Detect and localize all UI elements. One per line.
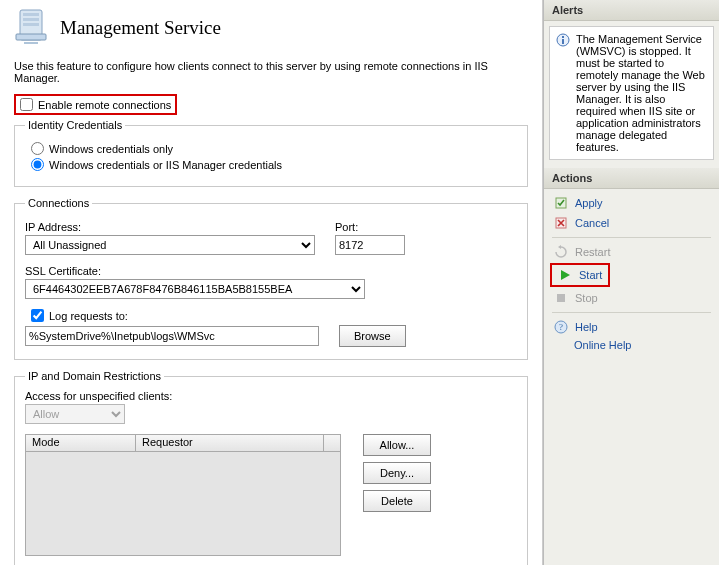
radio-windows-only[interactable] <box>31 142 44 155</box>
identity-credentials-group: Identity Credentials Windows credentials… <box>14 119 528 187</box>
deny-button[interactable]: Deny... <box>363 462 431 484</box>
main-panel: Management Service Use this feature to c… <box>0 0 543 565</box>
alerts-heading: Alerts <box>544 0 719 21</box>
svg-rect-3 <box>23 23 39 26</box>
separator-2 <box>552 312 711 313</box>
ip-address-select[interactable]: All Unassigned <box>25 235 315 255</box>
actions-heading: Actions <box>544 168 719 189</box>
radio-windows-or-iis-label[interactable]: Windows credentials or IIS Manager crede… <box>49 159 282 171</box>
col-spacer <box>324 435 340 451</box>
svg-rect-8 <box>562 36 564 38</box>
ip-label: IP Address: <box>25 221 315 233</box>
page-title: Management Service <box>60 17 221 39</box>
enable-remote-highlight: Enable remote connections <box>14 94 177 115</box>
ssl-certificate-select[interactable]: 6F4464302EEB7A678F8476B846115BA5B8155BEA <box>25 279 365 299</box>
svg-rect-1 <box>23 13 39 16</box>
delete-button[interactable]: Delete <box>363 490 431 512</box>
restrictions-grid[interactable]: Mode Requestor <box>25 434 341 556</box>
cancel-icon <box>554 216 568 230</box>
identity-legend: Identity Credentials <box>25 119 125 131</box>
access-label: Access for unspecified clients: <box>25 390 517 402</box>
log-requests-checkbox[interactable] <box>31 309 44 322</box>
ip-restrictions-group: IP and Domain Restrictions Access for un… <box>14 370 528 565</box>
svg-rect-11 <box>557 294 565 302</box>
start-action[interactable]: Start <box>556 266 604 284</box>
page-header: Management Service <box>14 8 528 48</box>
access-select: Allow <box>25 404 125 424</box>
separator <box>552 237 711 238</box>
connections-legend: Connections <box>25 197 92 209</box>
svg-rect-2 <box>23 18 39 21</box>
apply-label: Apply <box>575 197 603 209</box>
ssl-label: SSL Certificate: <box>25 265 517 277</box>
help-label: Help <box>575 321 598 333</box>
help-action[interactable]: ? Help <box>548 317 715 337</box>
start-icon <box>558 268 572 282</box>
start-highlight: Start <box>550 263 610 287</box>
svg-rect-4 <box>16 34 46 40</box>
alert-message: The Management Service (WMSVC) is stoppe… <box>576 33 707 153</box>
grid-body[interactable] <box>25 452 341 556</box>
restart-label: Restart <box>575 246 610 258</box>
allow-button[interactable]: Allow... <box>363 434 431 456</box>
log-requests-label[interactable]: Log requests to: <box>49 310 128 322</box>
radio-windows-only-label[interactable]: Windows credentials only <box>49 143 173 155</box>
svg-text:?: ? <box>559 322 563 332</box>
stop-icon <box>554 291 568 305</box>
online-help-link[interactable]: Online Help <box>548 337 715 355</box>
connections-group: Connections IP Address: All Unassigned P… <box>14 197 528 360</box>
col-requestor[interactable]: Requestor <box>136 435 324 451</box>
side-panel: Alerts The Management Service (WMSVC) is… <box>543 0 719 565</box>
alert-box: The Management Service (WMSVC) is stoppe… <box>549 26 714 160</box>
management-service-icon <box>14 8 48 48</box>
cancel-action[interactable]: Cancel <box>548 213 715 233</box>
col-mode[interactable]: Mode <box>26 435 136 451</box>
apply-action[interactable]: Apply <box>548 193 715 213</box>
page-description: Use this feature to configure how client… <box>14 60 528 84</box>
apply-icon <box>554 196 568 210</box>
svg-rect-7 <box>562 39 564 44</box>
help-icon: ? <box>554 320 568 334</box>
enable-remote-checkbox[interactable] <box>20 98 33 111</box>
restrictions-legend: IP and Domain Restrictions <box>25 370 164 382</box>
actions-list: Apply Cancel Restart Start <box>544 189 719 359</box>
cancel-label: Cancel <box>575 217 609 229</box>
stop-label: Stop <box>575 292 598 304</box>
radio-windows-or-iis[interactable] <box>31 158 44 171</box>
restart-icon <box>554 245 568 259</box>
start-label: Start <box>579 269 602 281</box>
info-icon <box>556 33 570 47</box>
log-path-input[interactable] <box>25 326 319 346</box>
stop-action: Stop <box>548 288 715 308</box>
browse-button[interactable]: Browse <box>339 325 406 347</box>
svg-rect-5 <box>24 42 38 44</box>
restart-action: Restart <box>548 242 715 262</box>
enable-remote-label[interactable]: Enable remote connections <box>38 99 171 111</box>
port-input[interactable] <box>335 235 405 255</box>
port-label: Port: <box>335 221 405 233</box>
